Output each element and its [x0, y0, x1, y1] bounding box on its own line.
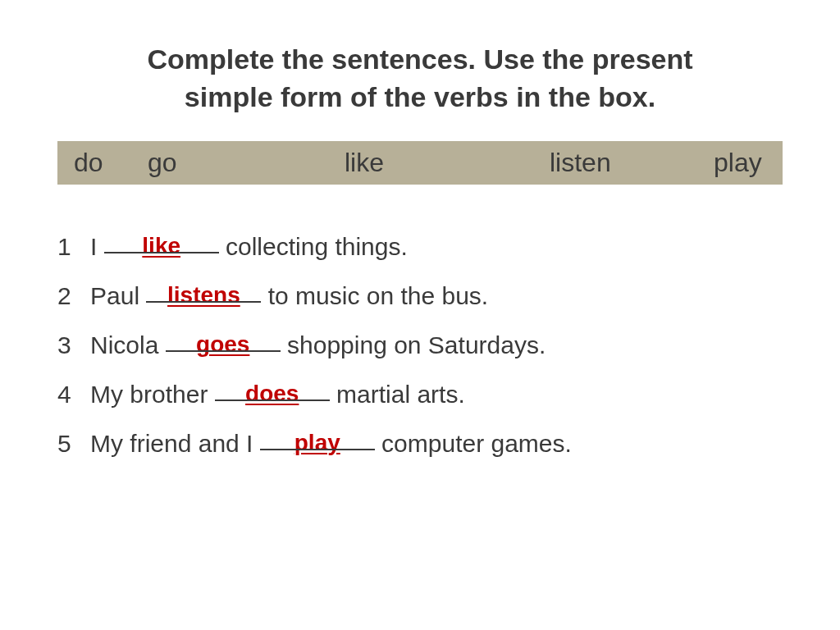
verb-play: play: [714, 148, 762, 178]
verb-box: do go like listen play: [57, 141, 783, 185]
title-line-1: Complete the sentences. Use the present: [147, 43, 692, 75]
answer: does: [245, 377, 299, 409]
sentence-body: My friend and I play computer games.: [90, 427, 572, 461]
sentence-number: 1: [57, 230, 90, 264]
answer: listens: [167, 279, 240, 311]
exercise-title: Complete the sentences. Use the present …: [57, 41, 783, 116]
sentence-body: Nicola goes shopping on Saturdays.: [90, 328, 546, 363]
sentence-before: Paul: [90, 282, 146, 309]
sentence-body: Paul listens to music on the bus.: [90, 279, 488, 313]
sentence-number: 2: [57, 279, 90, 313]
answer: goes: [196, 328, 249, 360]
sentence-list: 1 I like collecting things. 2 Paul liste…: [57, 230, 783, 461]
sentence-after: to music on the bus.: [261, 282, 488, 309]
sentence-number: 4: [57, 377, 90, 412]
sentence-body: I like collecting things.: [90, 230, 408, 264]
sentence-row: 3 Nicola goes shopping on Saturdays.: [57, 328, 783, 363]
answer: like: [142, 230, 180, 262]
sentence-row: 1 I like collecting things.: [57, 230, 783, 264]
verb-like: like: [345, 148, 550, 178]
sentence-body: My brother does martial arts.: [90, 377, 465, 412]
sentence-row: 4 My brother does martial arts.: [57, 377, 783, 412]
verb-listen: listen: [550, 148, 714, 178]
sentence-before: Nicola: [90, 331, 166, 358]
sentence-before: My friend and I: [90, 430, 260, 457]
sentence-after: collecting things.: [219, 233, 408, 260]
verb-do: do: [74, 148, 148, 178]
sentence-before: I: [90, 233, 104, 260]
sentence-before: My brother: [90, 381, 215, 408]
sentence-after: martial arts.: [330, 381, 465, 408]
sentence-number: 5: [57, 427, 90, 461]
sentence-number: 3: [57, 328, 90, 363]
title-line-2: simple form of the verbs in the box.: [185, 81, 655, 112]
verb-go: go: [148, 148, 345, 178]
sentence-after: computer games.: [375, 430, 572, 457]
sentence-row: 2 Paul listens to music on the bus.: [57, 279, 783, 313]
sentence-row: 5 My friend and I play computer games.: [57, 427, 783, 461]
answer: play: [294, 427, 340, 459]
sentence-after: shopping on Saturdays.: [281, 331, 546, 358]
